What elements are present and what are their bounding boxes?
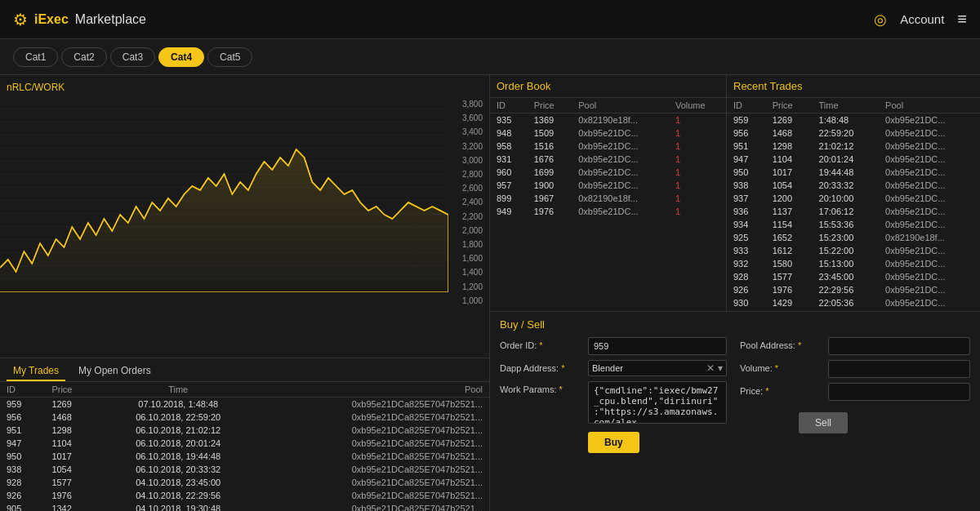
price-row: Price: * — [740, 383, 970, 401]
table-row[interactable]: 930142922:05:360xb95e21DC... — [727, 296, 980, 309]
my-trades-table: ID Price Time Pool 959126907.10.2018, 1:… — [0, 382, 489, 511]
col-id: ID — [0, 382, 45, 398]
table-row[interactable]: 905134204.10.2018, 19:30:480xb95e21DCa82… — [0, 502, 489, 511]
my-trades-body: 959126907.10.2018, 1:48:480xb95e21DCa825… — [0, 398, 489, 512]
trades-table: ID Price Time Pool 959126907.10.2018, 1:… — [0, 382, 489, 511]
order-book-title: Order Book — [490, 75, 726, 98]
col-time: Time — [100, 382, 257, 398]
account-label: Account — [900, 12, 944, 26]
table-row[interactable]: 950101719:44:480xb95e21DC... — [727, 166, 980, 179]
table-row[interactable]: 96016990xb95e21DC...1 — [490, 166, 726, 179]
table-row[interactable]: 928157723:45:000xb95e21DC... — [727, 270, 980, 283]
buy-row: Buy — [500, 429, 730, 453]
buy-sell-title: Buy / Sell — [500, 318, 970, 331]
recent-trades: Recent Trades ID Price Time Pool 9591269… — [727, 75, 980, 311]
pool-address-input[interactable] — [828, 337, 970, 355]
pool-address-row: Pool Address: * — [740, 337, 970, 355]
table-row[interactable]: 938105420:33:320xb95e21DC... — [727, 179, 980, 192]
y-label: 1,000 — [462, 296, 483, 305]
menu-icon[interactable]: ≡ — [957, 10, 967, 29]
y-label: 3,200 — [462, 142, 483, 151]
top-right: Order Book ID Price Pool Volume 93513690… — [490, 75, 980, 312]
volume-input[interactable] — [828, 360, 970, 378]
main-content: nRLC/WORK 3,800 3,600 3,400 3,200 3,000 … — [0, 75, 980, 511]
table-row[interactable]: 95912691:48:480xb95e21DC... — [727, 113, 980, 127]
bottom-panels: My Trades My Open Orders ID Price Time P… — [0, 358, 489, 511]
y-label: 1,400 — [462, 268, 483, 277]
dapp-value: Blender — [592, 363, 706, 373]
logo-text: iExec — [34, 12, 69, 27]
y-label: 3,600 — [462, 113, 483, 122]
table-row[interactable]: 947110420:01:240xb95e21DC... — [727, 153, 980, 166]
tab-my-open-orders[interactable]: My Open Orders — [72, 362, 158, 381]
ob-col-id: ID — [490, 98, 528, 113]
col-pool: Pool — [257, 382, 489, 398]
table-row[interactable]: 947110406.10.2018, 20:01:240xb95e21DCa82… — [0, 437, 489, 450]
tab-cat1[interactable]: Cat1 — [13, 47, 58, 67]
table-row[interactable]: 951129806.10.2018, 21:02:120xb95e21DCa82… — [0, 424, 489, 437]
dapp-select[interactable]: Blender ✕ ▾ — [588, 360, 727, 376]
table-row[interactable]: 937120020:10:000xb95e21DC... — [727, 192, 980, 205]
table-row[interactable]: 925165215:23:000x82190e18f... — [727, 231, 980, 244]
table-row[interactable]: 89919670x82190e18f...1 — [490, 192, 726, 205]
y-label: 3,000 — [462, 156, 483, 165]
order-book: Order Book ID Price Pool Volume 93513690… — [490, 75, 727, 311]
sell-button[interactable]: Sell — [799, 412, 848, 433]
table-row[interactable]: 951129821:02:120xb95e21DC... — [727, 140, 980, 153]
price-input[interactable] — [828, 383, 970, 401]
work-params-input[interactable]: {"cmdline":"iexec/bmw27_cpu.blend","diri… — [588, 381, 727, 424]
order-id-input[interactable] — [588, 337, 727, 355]
table-row[interactable]: 95815160xb95e21DC...1 — [490, 140, 726, 153]
nav-tabs: Cat1 Cat2 Cat3 Cat4 Cat5 — [0, 39, 980, 75]
table-row[interactable]: 926197604.10.2018, 22:29:560xb95e21DCa82… — [0, 489, 489, 502]
table-row[interactable]: 929113821:28:360xb95e21DC... — [727, 309, 980, 311]
table-row[interactable]: 956146822:59:200xb95e21DC... — [727, 127, 980, 140]
y-label: 2,600 — [462, 184, 483, 193]
table-row[interactable]: 928157704.10.2018, 23:45:000xb95e21DCa82… — [0, 476, 489, 489]
dapp-clear-icon[interactable]: ✕ — [706, 362, 715, 374]
tab-cat2[interactable]: Cat2 — [61, 47, 106, 67]
marketplace-text: Marketplace — [75, 12, 146, 27]
col-price: Price — [45, 382, 99, 398]
dapp-dropdown-icon[interactable]: ▾ — [718, 362, 723, 374]
y-label: 1,800 — [462, 240, 483, 249]
y-label: 3,400 — [462, 127, 483, 136]
rt-col-pool: Pool — [879, 98, 980, 113]
order-book-table: ID Price Pool Volume 93513690x82190e18f.… — [490, 98, 726, 218]
dapp-address-row: Dapp Address: * Blender ✕ ▾ — [500, 360, 730, 376]
y-label: 2,000 — [462, 226, 483, 235]
table-row[interactable]: 94815090xb95e21DC...1 — [490, 127, 726, 140]
chart-title: nRLC/WORK — [0, 78, 489, 96]
header: ⚙ iExec Marketplace ◎ Account ≡ — [0, 0, 980, 39]
rt-col-id: ID — [727, 98, 766, 113]
form-right: Pool Address: * Volume: * Pr — [740, 337, 970, 458]
y-label: 2,400 — [462, 198, 483, 207]
table-row[interactable]: 936113717:06:120xb95e21DC... — [727, 205, 980, 218]
tab-my-trades[interactable]: My Trades — [7, 362, 65, 381]
table-row[interactable]: 93116760xb95e21DC...1 — [490, 153, 726, 166]
buy-button[interactable]: Buy — [588, 432, 639, 453]
price-chart — [0, 96, 489, 292]
table-row[interactable]: 956146806.10.2018, 22:59:200xb95e21DCa82… — [0, 411, 489, 424]
table-row[interactable]: 95719000xb95e21DC...1 — [490, 179, 726, 192]
table-row[interactable]: 938105406.10.2018, 20:33:320xb95e21DCa82… — [0, 463, 489, 476]
tab-cat4[interactable]: Cat4 — [158, 47, 204, 67]
tab-cat3[interactable]: Cat3 — [110, 47, 155, 67]
price-label: Price: * — [740, 383, 822, 396]
table-row[interactable]: 959126907.10.2018, 1:48:480xb95e21DCa825… — [0, 398, 489, 411]
table-row[interactable]: 934115415:53:360xb95e21DC... — [727, 218, 980, 231]
table-row[interactable]: 926197622:29:560xb95e21DC... — [727, 283, 980, 296]
recent-trades-title: Recent Trades — [727, 75, 980, 98]
table-row[interactable]: 950101706.10.2018, 19:44:480xb95e21DCa82… — [0, 450, 489, 463]
y-label: 1,200 — [462, 282, 483, 291]
work-params-label: Work Params: * — [500, 381, 581, 394]
table-row[interactable]: 93513690x82190e18f...1 — [490, 113, 726, 127]
table-row[interactable]: 932158015:13:000xb95e21DC... — [727, 257, 980, 270]
y-label: 2,200 — [462, 212, 483, 221]
order-id-row: Order ID: * — [500, 337, 730, 355]
left-panel: nRLC/WORK 3,800 3,600 3,400 3,200 3,000 … — [0, 75, 490, 511]
tab-cat5[interactable]: Cat5 — [207, 47, 252, 67]
table-row[interactable]: 94919760xb95e21DC...1 — [490, 205, 726, 218]
table-row[interactable]: 933161215:22:000xb95e21DC... — [727, 244, 980, 257]
buy-sell-panel: Buy / Sell Order ID: * Dapp Address: * — [490, 312, 980, 511]
